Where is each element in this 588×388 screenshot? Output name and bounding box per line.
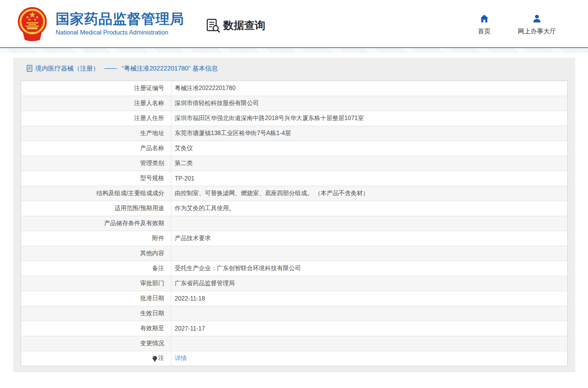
note-label-text: 注 (158, 354, 164, 362)
row-value: 深圳市倍轻松科技股份有限公司 (171, 96, 568, 111)
row-label: 注 (21, 351, 171, 366)
row-value: 深圳市福田区华强北街道深南中路2018号兴华大厦东栋十层整层1071室 (171, 111, 568, 126)
table-row-note: 注 详情 (21, 351, 568, 366)
row-label: 生效日期 (21, 306, 171, 321)
table-row: 产品储存条件及有效期 (21, 216, 568, 231)
row-value: 广东省药品监督管理局 (171, 276, 568, 291)
table-row: 产品名称 艾灸仪 (21, 141, 568, 156)
row-value: 粤械注准20222201780 (171, 81, 568, 96)
row-value: 详情 (171, 351, 568, 366)
nav-service-hall[interactable]: 网上办事大厅 (518, 14, 556, 36)
page-title: 境内医疗器械（注册） —— “粤械注准20222201780” 基本信息 (27, 62, 568, 75)
title-dash: —— (104, 65, 116, 72)
title-detail: “粤械注准20222201780” 基本信息 (122, 64, 218, 73)
row-label: 注册人名称 (21, 96, 171, 111)
row-value (171, 306, 568, 321)
nmpa-emblem-icon (15, 6, 50, 42)
table-row: 备注 受托生产企业：广东创智联合环境科技有限公司 (21, 261, 568, 276)
table-row: 型号规格 TP-201 (21, 171, 568, 186)
row-label: 结构及组成/主要组成成分 (21, 186, 171, 201)
table-row: 管理类别 第二类 (21, 156, 568, 171)
content-panel: 境内医疗器械（注册） —— “粤械注准20222201780” 基本信息 注册证… (13, 58, 575, 372)
doc-search-icon (206, 18, 221, 33)
data-query-label: 数据查询 (223, 18, 265, 33)
table-row: 注册人住所 深圳市福田区华强北街道深南中路2018号兴华大厦东栋十层整层1071… (21, 111, 568, 126)
row-value (171, 336, 568, 351)
table-row: 注册人名称 深圳市倍轻松科技股份有限公司 (21, 96, 568, 111)
site-header: 国家药品监督管理局 National Medical Products Admi… (0, 0, 588, 47)
org-name-en: National Medical Products Administration (56, 29, 184, 36)
row-value: 作为艾灸的工具使用。 (171, 201, 568, 216)
row-value: 2022-11-18 (171, 291, 568, 306)
table-row: 注册证编号 粤械注准20222201780 (21, 81, 568, 96)
row-label: 产品名称 (21, 141, 171, 156)
table-row: 附件 产品技术要求 (21, 231, 568, 246)
row-label: 适用范围/预期用途 (21, 201, 171, 216)
title-category: 境内医疗器械（注册） (35, 64, 99, 73)
row-label: 备注 (21, 261, 171, 276)
header-nav: 首页 网上办事大厅 (478, 14, 556, 36)
row-label: 生产地址 (21, 126, 171, 141)
document-icon (27, 65, 33, 72)
row-value (171, 216, 568, 231)
row-value: TP-201 (171, 171, 568, 186)
registration-info-table: 注册证编号 粤械注准20222201780 注册人名称 深圳市倍轻松科技股份有限… (21, 81, 568, 366)
table-row: 生产地址 东莞市塘厦镇138工业区裕华街7号A栋1-4层 (21, 126, 568, 141)
nav-service-hall-label: 网上办事大厅 (518, 27, 556, 36)
user-icon (532, 14, 542, 24)
nmpa-logo[interactable]: 国家药品监督管理局 National Medical Products Admi… (15, 6, 184, 42)
row-label: 批准日期 (21, 291, 171, 306)
row-value: 受托生产企业：广东创智联合环境科技有限公司 (171, 261, 568, 276)
table-row: 生效日期 (21, 306, 568, 321)
row-value (171, 246, 568, 261)
row-value: 艾灸仪 (171, 141, 568, 156)
nav-home-label: 首页 (478, 27, 491, 36)
row-label: 注册人住所 (21, 111, 171, 126)
table-row: 适用范围/预期用途 作为艾灸的工具使用。 (21, 201, 568, 216)
org-name-cn: 国家药品监督管理局 (56, 11, 184, 27)
row-value: 第二类 (171, 156, 568, 171)
row-label: 注册证编号 (21, 81, 171, 96)
table-row: 其他内容 (21, 246, 568, 261)
bulb-icon (152, 355, 157, 362)
table-row: 变更情况 (21, 336, 568, 351)
table-row: 有效期至 2027-11-17 (21, 321, 568, 336)
row-label: 变更情况 (21, 336, 171, 351)
detail-link[interactable]: 详情 (175, 355, 187, 361)
row-value: 东莞市塘厦镇138工业区裕华街7号A栋1-4层 (171, 126, 568, 141)
row-value: 产品技术要求 (171, 231, 568, 246)
row-label: 产品储存条件及有效期 (21, 216, 171, 231)
nav-home[interactable]: 首页 (478, 14, 491, 36)
row-label: 附件 (21, 231, 171, 246)
row-label: 其他内容 (21, 246, 171, 261)
home-icon (479, 14, 489, 24)
row-label: 审批部门 (21, 276, 171, 291)
row-label: 管理类别 (21, 156, 171, 171)
hatch-stripe-band (0, 48, 588, 53)
row-value: 2027-11-17 (171, 321, 568, 336)
data-query-section[interactable]: 数据查询 (206, 18, 265, 33)
table-row: 批准日期 2022-11-18 (21, 291, 568, 306)
row-value: 由控制室、可替换滤网、燃烧室、底座四部分组成。 （本产品不含灸材） (171, 186, 568, 201)
table-row: 结构及组成/主要组成成分 由控制室、可替换滤网、燃烧室、底座四部分组成。 （本产… (21, 186, 568, 201)
row-label: 有效期至 (21, 321, 171, 336)
row-label: 型号规格 (21, 171, 171, 186)
table-row: 审批部门 广东省药品监督管理局 (21, 276, 568, 291)
